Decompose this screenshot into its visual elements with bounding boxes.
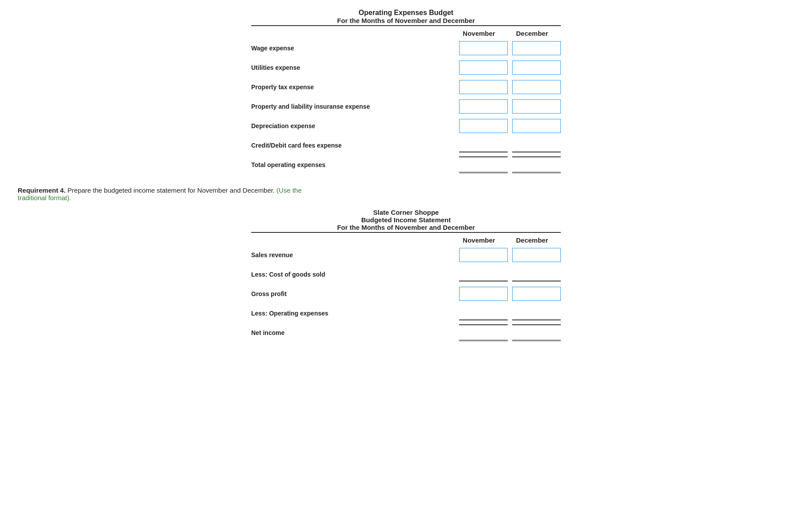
section2-title: Budgeted Income Statement [251, 216, 561, 224]
section1-col2-header: December [508, 30, 556, 37]
credit-debit-expense-inputs [459, 138, 561, 152]
less-operating-expenses-inputs [459, 306, 561, 320]
gross-profit-label: Gross profit [251, 290, 459, 298]
total-operating-dec-box [512, 156, 561, 173]
section2-header-row: November December [251, 236, 561, 244]
row-depreciation-expense: Depreciation expense [251, 118, 561, 134]
net-income-inputs [459, 324, 561, 341]
row-cost-of-goods-sold: Less: Cost of goods sold [251, 266, 561, 283]
less-operating-expenses-nov[interactable] [459, 306, 508, 320]
utilities-expense-inputs [459, 61, 561, 75]
row-utilities-expense: Utilities expense [251, 59, 561, 76]
net-income-nov-box [459, 324, 508, 341]
credit-debit-expense-label: Credit/Debit card fees expense [251, 141, 459, 149]
section2-divider [251, 232, 561, 233]
total-operating-expenses-dec[interactable] [512, 156, 561, 173]
credit-debit-expense-dec[interactable] [512, 138, 561, 152]
row-net-income: Net income [251, 324, 561, 341]
requirement-text: Prepare the budgeted income statement fo… [68, 186, 277, 194]
gross-profit-inputs [459, 287, 561, 301]
section2-col1-header: November [455, 236, 503, 244]
sales-revenue-dec[interactable] [512, 248, 561, 262]
sales-revenue-nov[interactable] [459, 248, 508, 262]
utilities-expense-nov[interactable] [459, 61, 508, 75]
section1-subtitle: For the Months of November and December [251, 17, 561, 24]
total-operating-nov-box [459, 156, 508, 173]
sales-revenue-inputs [459, 248, 561, 262]
section2-company: Slate Corner Shoppe [251, 209, 561, 216]
row-property-liability-expense: Property and liability insuranse expense [251, 98, 561, 115]
depreciation-expense-nov[interactable] [459, 119, 508, 133]
cost-of-goods-sold-nov[interactable] [459, 267, 508, 281]
less-operating-expenses-dec[interactable] [512, 306, 561, 320]
total-operating-expenses-inputs [459, 156, 561, 173]
section1-divider [251, 25, 561, 26]
property-liability-expense-dec[interactable] [512, 99, 561, 114]
depreciation-expense-inputs [459, 119, 561, 133]
wage-expense-dec[interactable] [512, 41, 561, 55]
requirement-label: Requirement 4. [18, 186, 65, 194]
row-property-tax-expense: Property tax expense [251, 79, 561, 95]
cost-of-goods-sold-inputs [459, 267, 561, 281]
property-tax-expense-label: Property tax expense [251, 83, 459, 91]
net-income-nov[interactable] [459, 324, 508, 341]
property-liability-expense-label: Property and liability insuranse expense [251, 103, 459, 110]
credit-debit-expense-nov[interactable] [459, 138, 508, 152]
depreciation-expense-label: Depreciation expense [251, 122, 459, 130]
property-tax-expense-nov[interactable] [459, 80, 508, 94]
wage-expense-nov[interactable] [459, 41, 508, 55]
less-operating-expenses-label: Less: Operating expenses [251, 309, 459, 317]
net-income-dec[interactable] [512, 324, 561, 341]
row-total-operating-expenses: Total operating expenses [251, 156, 561, 173]
row-wage-expense: Wage expense [251, 40, 561, 57]
wage-expense-label: Wage expense [251, 44, 459, 52]
gross-profit-nov[interactable] [459, 287, 508, 301]
property-tax-expense-inputs [459, 80, 561, 94]
section1-header-row: November December [251, 30, 561, 37]
property-liability-expense-nov[interactable] [459, 99, 508, 114]
wage-expense-inputs [459, 41, 561, 55]
section1-col1-header: November [455, 30, 503, 37]
row-gross-profit: Gross profit [251, 285, 561, 302]
row-less-operating-expenses: Less: Operating expenses [251, 305, 561, 322]
cost-of-goods-sold-dec[interactable] [512, 267, 561, 281]
total-operating-expenses-label: Total operating expenses [251, 161, 459, 169]
sales-revenue-label: Sales revenue [251, 251, 459, 259]
property-tax-expense-dec[interactable] [512, 80, 561, 94]
section2-subtitle: For the Months of November and December [251, 224, 561, 231]
net-income-label: Net income [251, 329, 459, 337]
utilities-expense-label: Utilities expense [251, 64, 459, 72]
section2-col2-header: December [508, 236, 556, 244]
net-income-dec-box [512, 324, 561, 341]
cost-of-goods-sold-label: Less: Cost of goods sold [251, 270, 459, 278]
section1-title: Operating Expenses Budget [251, 9, 561, 17]
depreciation-expense-dec[interactable] [512, 119, 561, 133]
row-credit-debit-expense: Credit/Debit card fees expense [251, 137, 561, 154]
utilities-expense-dec[interactable] [512, 61, 561, 75]
requirement-section: Requirement 4. Prepare the budgeted inco… [18, 186, 327, 201]
property-liability-expense-inputs [459, 99, 561, 114]
total-operating-expenses-nov[interactable] [459, 156, 508, 173]
row-sales-revenue: Sales revenue [251, 247, 561, 263]
gross-profit-dec[interactable] [512, 287, 561, 301]
